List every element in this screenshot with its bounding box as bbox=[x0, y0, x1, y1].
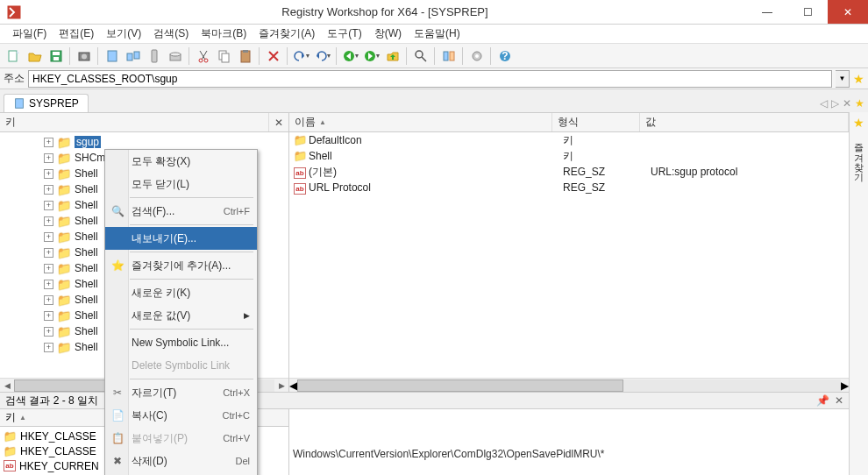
expand-icon[interactable]: + bbox=[44, 295, 53, 305]
tb-local-icon[interactable] bbox=[102, 46, 123, 67]
tab-prev-icon[interactable]: ◁ bbox=[820, 97, 828, 110]
tb-open-icon[interactable] bbox=[25, 46, 46, 67]
context-menu-item[interactable]: ✂자르기(T)Ctrl+X bbox=[105, 381, 257, 404]
context-menu-item[interactable]: 모두 닫기(L) bbox=[105, 173, 257, 195]
expand-icon[interactable]: + bbox=[44, 138, 53, 147]
tab-close-icon[interactable]: ✕ bbox=[843, 97, 851, 110]
tb-copy-icon[interactable] bbox=[214, 46, 235, 67]
scroll-thumb[interactable] bbox=[297, 379, 623, 392]
tree-item[interactable]: +📁sgup bbox=[0, 134, 288, 150]
context-menu-item[interactable]: 내보내기(E)... bbox=[105, 227, 257, 250]
list-header-type[interactable]: 형식 bbox=[552, 113, 640, 131]
scroll-left-icon[interactable]: ◀ bbox=[0, 381, 14, 390]
context-menu-item[interactable]: 📄복사(C)Ctrl+C bbox=[105, 404, 257, 427]
tb-new-icon[interactable] bbox=[4, 46, 25, 67]
menu-tools[interactable]: 도구(T) bbox=[322, 25, 366, 43]
expand-icon[interactable]: + bbox=[44, 185, 53, 195]
tb-disk-icon[interactable] bbox=[165, 46, 186, 67]
tb-forward-icon[interactable]: ▼ bbox=[361, 46, 382, 67]
minimize-button[interactable]: — bbox=[747, 0, 787, 24]
tb-back-icon[interactable]: ▼ bbox=[340, 46, 361, 67]
expand-icon[interactable]: + bbox=[44, 280, 53, 289]
list-view[interactable]: 📁DefaultIcon키📁Shell키ab(기본)REG_SZURL:sgup… bbox=[289, 132, 849, 378]
list-header-value[interactable]: 값 bbox=[640, 113, 849, 131]
address-dropdown[interactable]: ▼ bbox=[836, 70, 850, 88]
expand-icon[interactable]: + bbox=[44, 232, 53, 242]
tree-item-label: sgup bbox=[75, 136, 101, 148]
menu-search[interactable]: 검색(S) bbox=[148, 25, 194, 43]
expand-icon[interactable]: + bbox=[44, 311, 53, 321]
tree-item-label: Shell bbox=[75, 183, 98, 195]
svg-rect-3 bbox=[53, 52, 60, 55]
expand-icon[interactable]: + bbox=[44, 201, 53, 210]
toolbar: ▼ ▼ ▼ ▼ ? bbox=[0, 44, 868, 68]
menu-favorites[interactable]: 즐겨찾기(A) bbox=[253, 25, 320, 43]
context-menu-item[interactable]: 🔍검색(F)...Ctrl+F bbox=[105, 200, 257, 223]
tb-compare-icon[interactable] bbox=[438, 46, 459, 67]
address-input[interactable] bbox=[28, 70, 832, 88]
close-button[interactable]: ✕ bbox=[828, 0, 868, 24]
tb-cut-icon[interactable] bbox=[193, 46, 214, 67]
list-h-scrollbar[interactable]: ◀ ▶ bbox=[289, 378, 849, 392]
tb-snapshot-icon[interactable] bbox=[74, 46, 95, 67]
svg-rect-28 bbox=[16, 99, 24, 109]
expand-icon[interactable]: + bbox=[44, 264, 53, 273]
context-menu-item[interactable]: 모두 확장(X) bbox=[105, 150, 257, 173]
expand-icon[interactable]: + bbox=[44, 153, 53, 163]
menu-help[interactable]: 도움말(H) bbox=[409, 25, 466, 43]
menu-window[interactable]: 창(W) bbox=[369, 25, 407, 43]
context-menu-item[interactable]: 새로운 값(V)▶ bbox=[105, 304, 257, 327]
tb-paste-icon[interactable] bbox=[235, 46, 256, 67]
expand-icon[interactable]: + bbox=[44, 343, 53, 352]
menu-view[interactable]: 보기(V) bbox=[101, 25, 146, 43]
list-row[interactable]: ab(기본)REG_SZURL:sgup protocol bbox=[289, 164, 849, 180]
expand-icon[interactable]: + bbox=[44, 216, 53, 226]
menu-edit[interactable]: 편집(E) bbox=[53, 25, 99, 43]
tab-sysprep[interactable]: SYSPREP bbox=[4, 94, 89, 112]
maximize-button[interactable]: ☐ bbox=[787, 0, 828, 24]
tb-save-icon[interactable] bbox=[46, 46, 67, 67]
tb-help-icon[interactable]: ? bbox=[494, 46, 516, 67]
list-row[interactable]: 📁DefaultIcon키 bbox=[289, 132, 849, 148]
context-menu-item[interactable]: New Symbolic Link... bbox=[105, 331, 257, 354]
menu-bookmark[interactable]: 북마크(B) bbox=[196, 25, 252, 43]
tb-sep bbox=[487, 46, 494, 67]
scroll-right-icon[interactable]: ▶ bbox=[274, 381, 288, 390]
expand-icon[interactable]: + bbox=[44, 169, 53, 179]
tree-header-key[interactable]: 키 bbox=[0, 113, 269, 131]
tb-up-icon[interactable] bbox=[382, 46, 403, 67]
tb-undo-icon[interactable]: ▼ bbox=[291, 46, 312, 67]
context-menu-item[interactable]: 새로운 키(K) bbox=[105, 281, 257, 304]
address-favorite-icon[interactable]: ★ bbox=[853, 72, 864, 86]
favorites-star-icon[interactable]: ★ bbox=[853, 116, 864, 130]
list-row[interactable]: abURL ProtocolREG_SZ bbox=[289, 180, 849, 195]
tab-next-icon[interactable]: ▷ bbox=[831, 97, 839, 110]
tb-find-icon[interactable] bbox=[410, 46, 431, 67]
folder-icon: 📁 bbox=[4, 445, 17, 457]
context-menu-item[interactable]: ⭐즐겨찾기에 추가(A)... bbox=[105, 254, 257, 277]
tb-redo-icon[interactable]: ▼ bbox=[312, 46, 333, 67]
scroll-left-icon[interactable]: ◀ bbox=[289, 379, 297, 392]
expand-icon[interactable]: + bbox=[44, 327, 53, 337]
string-value-icon: ab bbox=[294, 167, 306, 179]
tb-settings-icon[interactable] bbox=[466, 46, 487, 67]
svg-rect-7 bbox=[108, 51, 117, 61]
context-menu-item[interactable]: ✖삭제(D)Del bbox=[105, 450, 257, 472]
tb-mobile-icon[interactable] bbox=[144, 46, 165, 67]
menu-file[interactable]: 파일(F) bbox=[7, 25, 52, 43]
context-menu-item: 📋붙여넣기(P)Ctrl+V bbox=[105, 427, 257, 450]
tb-remote-icon[interactable] bbox=[123, 46, 144, 67]
favorites-label[interactable]: 즐겨찾기 bbox=[852, 137, 865, 175]
scroll-track[interactable] bbox=[297, 379, 841, 392]
results-close-icon[interactable]: ✕ bbox=[835, 394, 843, 407]
tree-item-label: Shell bbox=[75, 294, 98, 306]
tab-favorite-icon[interactable]: ★ bbox=[855, 97, 864, 110]
scroll-right-icon[interactable]: ▶ bbox=[841, 379, 849, 392]
tree-header-close-icon[interactable]: ✕ bbox=[269, 117, 288, 129]
results-pin-icon[interactable]: 📌 bbox=[816, 394, 829, 407]
list-row[interactable]: 📁Shell키 bbox=[289, 148, 849, 164]
list-header-name[interactable]: 이름▲ bbox=[289, 113, 552, 131]
expand-icon[interactable]: + bbox=[44, 248, 53, 258]
tb-delete-icon[interactable] bbox=[263, 46, 284, 67]
scroll-thumb[interactable] bbox=[14, 379, 118, 392]
